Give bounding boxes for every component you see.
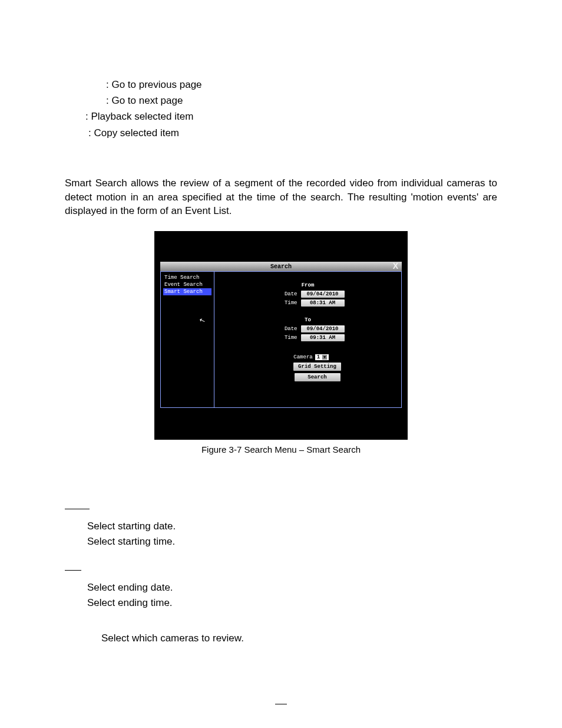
camera-select[interactable]: 1 ▼: [315, 354, 329, 360]
from-header: From: [220, 282, 395, 288]
def-to-date: Select ending date.: [87, 582, 497, 594]
from-date-label: Date: [272, 291, 297, 297]
screenshot-figure: Search X Time Search Event Search Smart …: [154, 231, 408, 440]
sidebar-item-time-search[interactable]: Time Search: [163, 274, 211, 281]
to-time-input[interactable]: 09:31 AM: [301, 334, 345, 341]
glossary-next: : Go to next page: [65, 93, 497, 108]
close-icon[interactable]: X: [393, 261, 398, 271]
to-time-label: Time: [272, 335, 297, 341]
glossary-playback: : Playback selected item: [65, 108, 497, 124]
search-button[interactable]: Search: [295, 373, 340, 381]
search-form: From Date 09/04/2010 Time 08:31 AM To Da…: [214, 271, 402, 408]
search-mode-sidebar: Time Search Event Search Smart Search: [160, 271, 214, 408]
figure-caption: Figure 3-7 Search Menu – Smart Search: [65, 444, 497, 454]
glossary-prev: : Go to previous page: [65, 77, 497, 93]
sidebar-item-smart-search[interactable]: Smart Search: [163, 288, 211, 295]
page-number-separator: [275, 704, 287, 704]
from-date-input[interactable]: 09/04/2010: [301, 291, 345, 298]
from-time-label: Time: [272, 300, 297, 306]
to-section-underline: [65, 562, 81, 571]
definitions: Select starting date. Select starting ti…: [65, 490, 497, 644]
from-time-input[interactable]: 08:31 AM: [301, 299, 345, 307]
def-from-time: Select starting time.: [87, 536, 497, 548]
sidebar-item-event-search[interactable]: Event Search: [163, 281, 211, 288]
camera-label: Camera: [287, 354, 313, 360]
glossary-list: : Go to previous page : Go to next page …: [65, 77, 497, 141]
window-title: Search: [270, 263, 292, 270]
glossary-copy: : Copy selected item: [65, 125, 497, 141]
camera-value: 1: [317, 354, 320, 360]
to-header: To: [220, 317, 395, 323]
from-section-underline: [65, 500, 90, 509]
def-to-time: Select ending time.: [87, 597, 497, 609]
description-paragraph: Smart Search allows the review of a segm…: [65, 176, 497, 218]
chevron-down-icon: ▼: [322, 355, 327, 360]
to-date-label: Date: [272, 326, 297, 332]
window-title-bar: Search X: [160, 262, 402, 271]
def-from-date: Select starting date.: [87, 521, 497, 532]
def-camera: Select which cameras to review.: [101, 633, 497, 644]
to-date-input[interactable]: 09/04/2010: [301, 325, 345, 332]
grid-setting-button[interactable]: Grid Setting: [293, 363, 341, 371]
